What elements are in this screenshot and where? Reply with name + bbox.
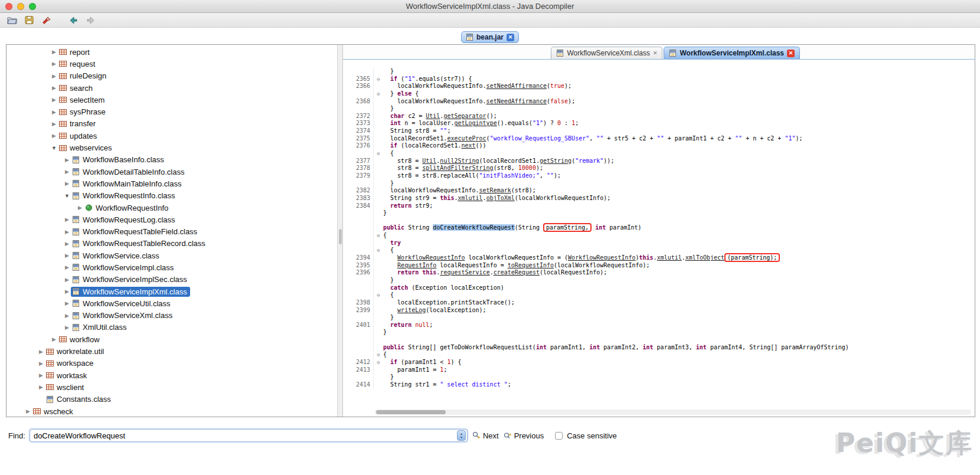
tree-item[interactable]: ▶010WorkflowServiceImplXml.class: [6, 286, 337, 297]
tree-item[interactable]: ▶worktask: [6, 369, 337, 381]
tree-item[interactable]: ▶updates: [6, 130, 337, 142]
fold-icon[interactable]: ⊖: [374, 351, 383, 359]
close-window-button[interactable]: [5, 3, 12, 10]
chevron-down-icon[interactable]: ▼: [63, 193, 71, 199]
chevron-right-icon[interactable]: ▶: [63, 313, 71, 319]
divider-handle-icon[interactable]: [339, 229, 342, 244]
tree-item[interactable]: ▶010XmlUtil.class: [6, 322, 337, 333]
tree-item[interactable]: ▶wsclient: [6, 381, 337, 393]
find-input[interactable]: [30, 429, 468, 442]
tree-item[interactable]: ▼010WorkflowRequestInfo.class: [6, 190, 337, 202]
editor-tab[interactable]: 010WorkflowServiceImplXml.class✕: [664, 47, 800, 59]
chevron-right-icon[interactable]: ▶: [24, 408, 32, 414]
chevron-right-icon[interactable]: ▶: [50, 73, 58, 79]
code-link[interactable]: setNeedAffirmance: [486, 98, 547, 104]
tree-item[interactable]: ▶selectItem: [6, 94, 337, 106]
split-divider[interactable]: [337, 45, 343, 417]
tree-item[interactable]: ▶ruleDesign: [6, 70, 337, 82]
chevron-right-icon[interactable]: ▶: [63, 325, 71, 330]
code-link[interactable]: objToXml: [486, 195, 515, 201]
search-history-stepper[interactable]: ▲▼: [457, 430, 466, 441]
tree-item[interactable]: ▶010WorkflowServiceImpl.class: [6, 261, 337, 273]
tree-item[interactable]: ▶workspace: [6, 358, 337, 369]
chevron-right-icon[interactable]: ▶: [63, 253, 71, 258]
code-link[interactable]: getString: [540, 158, 571, 164]
code-link[interactable]: writeLog: [397, 307, 426, 313]
code-link[interactable]: RequestInfo: [397, 262, 436, 268]
chevron-right-icon[interactable]: ▶: [50, 109, 58, 115]
fold-icon[interactable]: ⊖: [374, 359, 383, 366]
chevron-right-icon[interactable]: ▶: [37, 361, 45, 366]
horizontal-scrollbar[interactable]: [375, 410, 971, 415]
code-link[interactable]: executeProc: [447, 135, 486, 142]
fold-icon[interactable]: ⊖: [374, 76, 383, 83]
find-previous-button[interactable]: Previous: [503, 431, 544, 440]
tree-item[interactable]: ▶010WorkflowService.class: [6, 250, 337, 261]
code-link[interactable]: xmlToObject: [685, 254, 724, 261]
open-file-icon[interactable]: [6, 15, 18, 25]
chevron-right-icon[interactable]: ▶: [76, 205, 84, 211]
code-link[interactable]: createRequest: [494, 269, 540, 276]
fold-icon[interactable]: ⊖: [374, 247, 383, 254]
code-link[interactable]: WorkflowRequestInfo: [397, 254, 465, 261]
tree-item[interactable]: ▶010WorkflowServiceXml.class: [6, 310, 337, 322]
chevron-right-icon[interactable]: ▶: [63, 241, 71, 247]
chevron-right-icon[interactable]: ▶: [63, 157, 71, 163]
forward-icon[interactable]: [84, 15, 96, 25]
back-icon[interactable]: [67, 15, 79, 25]
tree-item[interactable]: ▶transfer: [6, 118, 337, 130]
chevron-right-icon[interactable]: ▶: [50, 121, 58, 127]
zoom-window-button[interactable]: [29, 3, 36, 10]
chevron-right-icon[interactable]: ▶: [37, 349, 45, 355]
chevron-right-icon[interactable]: ▶: [50, 133, 58, 139]
tree-item[interactable]: ▶wscheck: [6, 405, 337, 417]
chevron-right-icon[interactable]: ▶: [63, 229, 71, 235]
horizontal-scrollbar-thumb[interactable]: [376, 410, 446, 414]
fold-icon[interactable]: ⊖: [374, 90, 383, 98]
code-link[interactable]: next: [461, 142, 475, 149]
tree-item[interactable]: ▶WorkflowRequestInfo: [6, 202, 337, 214]
search-flashlight-icon[interactable]: [40, 15, 52, 25]
tree-item[interactable]: ▶sysPhrase: [6, 106, 337, 117]
chevron-right-icon[interactable]: ▶: [50, 97, 58, 103]
fold-icon[interactable]: ⊖: [374, 232, 383, 240]
close-icon[interactable]: ✕: [653, 50, 658, 57]
tree-item[interactable]: ▶010WorkflowMainTableInfo.class: [6, 178, 337, 189]
code-link[interactable]: requestService: [440, 269, 489, 276]
chevron-right-icon[interactable]: ▶: [63, 277, 71, 283]
tree-item[interactable]: ▶010WorkflowDetailTableInfo.class: [6, 166, 337, 178]
tree-item[interactable]: ▶010WorkflowRequestTableRecord.class: [6, 238, 337, 250]
chevron-right-icon[interactable]: ▶: [63, 181, 71, 186]
close-icon[interactable]: ✕: [507, 34, 514, 41]
tree-item[interactable]: ▶010WorkflowRequestTableField.class: [6, 225, 337, 237]
tree-item[interactable]: ▶search: [6, 82, 337, 94]
chevron-right-icon[interactable]: ▶: [63, 169, 71, 175]
chevron-right-icon[interactable]: ▶: [50, 85, 58, 91]
tree-item[interactable]: ▼webservices: [6, 142, 337, 153]
code-link[interactable]: Util: [426, 113, 440, 119]
chevron-right-icon[interactable]: ▶: [63, 264, 71, 270]
tree-item[interactable]: ▶report: [6, 46, 337, 58]
chevron-right-icon[interactable]: ▶: [63, 300, 71, 306]
tree-item[interactable]: ▶request: [6, 58, 337, 70]
find-next-button[interactable]: Next: [472, 431, 499, 440]
code-link[interactable]: null2String: [440, 158, 479, 164]
code-link[interactable]: setRemark: [479, 187, 511, 194]
chevron-right-icon[interactable]: ▶: [37, 372, 45, 378]
chevron-right-icon[interactable]: ▶: [63, 217, 71, 222]
tree-item[interactable]: ▶workrelate.util: [6, 345, 337, 357]
chevron-down-icon[interactable]: ▼: [50, 145, 58, 151]
code-link[interactable]: WorkflowRequestInfo: [568, 254, 635, 261]
tree-item[interactable]: 010Constants.class: [6, 394, 337, 405]
tree-item[interactable]: ▶010WorkflowRequestLog.class: [6, 214, 337, 225]
case-sensitive-checkbox[interactable]: [555, 432, 563, 440]
jar-tab[interactable]: 010 bean.jar ✕: [461, 31, 519, 43]
code-link[interactable]: splitAndFilterString: [422, 165, 493, 171]
save-all-sources-icon[interactable]: [23, 15, 35, 25]
chevron-right-icon[interactable]: ▶: [63, 289, 71, 294]
fold-icon[interactable]: ⊖: [374, 291, 383, 299]
tree-item[interactable]: ▶010WorkflowBaseInfo.class: [6, 154, 337, 166]
code-link[interactable]: getSeparator: [443, 113, 486, 119]
fold-icon[interactable]: ⊖: [374, 150, 383, 158]
chevron-right-icon[interactable]: ▶: [50, 49, 58, 55]
